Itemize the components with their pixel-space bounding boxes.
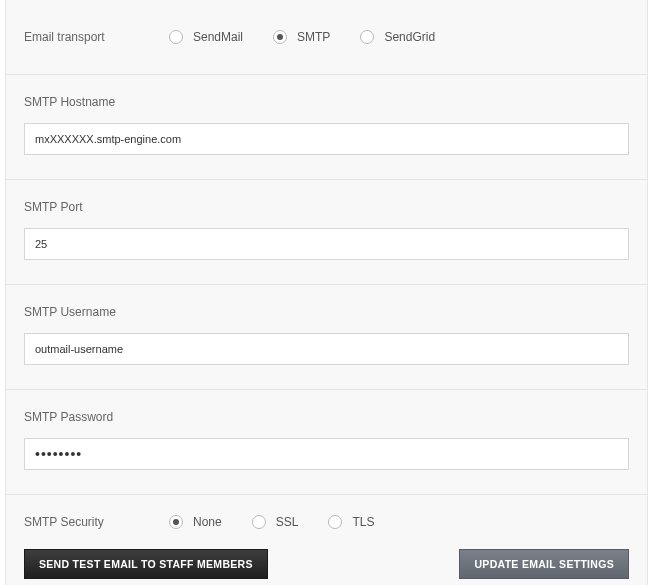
- radio-label: SendGrid: [384, 30, 435, 44]
- radio-option-tls[interactable]: TLS: [328, 515, 374, 529]
- label-email-transport: Email transport: [24, 30, 169, 44]
- smtp-hostname-input[interactable]: [24, 123, 629, 155]
- update-email-settings-button[interactable]: UPDATE EMAIL SETTINGS: [459, 549, 629, 579]
- section-smtp-username: SMTP Username: [6, 285, 647, 390]
- radio-group-transport: SendMail SMTP SendGrid: [169, 30, 465, 44]
- send-test-email-button[interactable]: SEND TEST EMAIL TO STAFF MEMBERS: [24, 549, 268, 579]
- section-smtp-security: SMTP Security None SSL TLS: [6, 495, 647, 541]
- button-row: SEND TEST EMAIL TO STAFF MEMBERS UPDATE …: [6, 541, 647, 585]
- radio-label: SMTP: [297, 30, 330, 44]
- radio-option-smtp[interactable]: SMTP: [273, 30, 330, 44]
- label-smtp-hostname: SMTP Hostname: [24, 95, 629, 109]
- radio-option-none[interactable]: None: [169, 515, 222, 529]
- smtp-username-input[interactable]: [24, 333, 629, 365]
- label-smtp-port: SMTP Port: [24, 200, 629, 214]
- label-smtp-security: SMTP Security: [24, 515, 169, 529]
- section-email-transport: Email transport SendMail SMTP SendGrid: [6, 0, 647, 75]
- radio-label: SSL: [276, 515, 299, 529]
- label-smtp-password: SMTP Password: [24, 410, 629, 424]
- radio-icon: [273, 30, 287, 44]
- radio-label: SendMail: [193, 30, 243, 44]
- radio-icon: [169, 30, 183, 44]
- radio-group-security: None SSL TLS: [169, 515, 404, 529]
- section-smtp-password: SMTP Password ••••••••: [6, 390, 647, 495]
- radio-icon: [328, 515, 342, 529]
- radio-label: None: [193, 515, 222, 529]
- radio-icon: [252, 515, 266, 529]
- label-smtp-username: SMTP Username: [24, 305, 629, 319]
- section-smtp-port: SMTP Port: [6, 180, 647, 285]
- section-smtp-hostname: SMTP Hostname: [6, 75, 647, 180]
- radio-option-sendgrid[interactable]: SendGrid: [360, 30, 435, 44]
- smtp-port-input[interactable]: [24, 228, 629, 260]
- smtp-password-input[interactable]: ••••••••: [24, 438, 629, 470]
- email-settings-panel: Email transport SendMail SMTP SendGrid S…: [5, 0, 648, 585]
- radio-option-ssl[interactable]: SSL: [252, 515, 299, 529]
- radio-icon: [169, 515, 183, 529]
- radio-label: TLS: [352, 515, 374, 529]
- radio-option-sendmail[interactable]: SendMail: [169, 30, 243, 44]
- radio-icon: [360, 30, 374, 44]
